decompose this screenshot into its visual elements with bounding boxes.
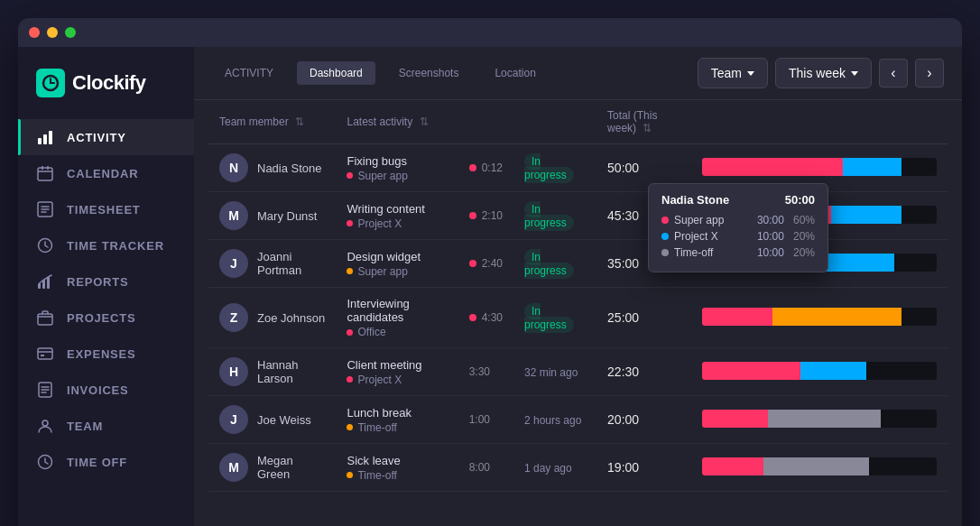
bar-chart <box>702 308 937 326</box>
duration: 3:30 <box>469 365 490 378</box>
tab-screenshots[interactable]: Screenshots <box>386 61 472 85</box>
total-cell: 19:00 <box>596 444 691 492</box>
sidebar: Clockify ACTIVITY <box>18 47 194 526</box>
sidebar-item-timesheet[interactable]: TIMESHEET <box>18 191 194 227</box>
col-total[interactable]: Total (This week) ⇅ <box>596 100 691 144</box>
member-cell: J Joanni Portman <box>208 240 336 288</box>
app-window: Clockify ACTIVITY <box>18 18 962 526</box>
sidebar-item-activity[interactable]: ACTIVITY <box>18 119 194 155</box>
bar-segment <box>702 362 800 380</box>
sidebar-item-timetracker[interactable]: TIME TRACKER <box>18 227 194 263</box>
member-name: Joe Weiss <box>257 413 311 427</box>
team-dropdown[interactable]: Team <box>698 58 768 88</box>
tooltip-dot <box>661 217 669 224</box>
sort-member-icon: ⇅ <box>295 115 304 128</box>
status-time: 32 min ago <box>524 366 578 379</box>
team-icon <box>36 417 54 435</box>
svg-rect-14 <box>41 355 44 356</box>
svg-point-16 <box>42 420 48 426</box>
sidebar-item-timeoff[interactable]: TIME OFF <box>18 444 194 480</box>
tooltip-wrapper <box>702 410 937 428</box>
activity-cell: Sick leave Time-off <box>336 444 458 492</box>
tooltip-pct: 20% <box>793 230 815 243</box>
dropdown-arrow-week <box>851 71 858 76</box>
tooltip-wrapper <box>702 457 937 475</box>
timesheet-icon <box>36 200 54 218</box>
status-time: 1 day ago <box>524 462 572 475</box>
bar-cell: Nadia Stone 50:00 Super app 30:00 60% Pr… <box>691 144 948 192</box>
avatar: M <box>219 453 248 482</box>
bar-segment <box>702 410 768 428</box>
activity-cell: Fixing bugs Super app <box>336 144 458 192</box>
member-cell: Z Zoe Johnson <box>208 288 336 348</box>
tab-activity[interactable]: ACTIVITY <box>212 61 286 85</box>
activity-cell: Design widget Super app <box>336 240 458 288</box>
total-cell: 25:00 <box>596 288 691 348</box>
live-indicator <box>469 314 476 321</box>
sidebar-item-calendar[interactable]: CALENDAR <box>18 155 194 191</box>
sidebar-label-team: TEAM <box>67 420 103 433</box>
sidebar-label-activity: ACTIVITY <box>67 131 126 144</box>
status-cell: 1 day ago <box>513 444 596 492</box>
sidebar-item-invoices[interactable]: INVOICES <box>18 372 194 408</box>
sidebar-item-projects[interactable]: PROJECTS <box>18 300 194 336</box>
expenses-icon <box>36 345 54 363</box>
status-time: 2 hours ago <box>524 414 581 427</box>
bar-segment <box>763 457 869 475</box>
minimize-dot[interactable] <box>47 27 58 38</box>
tab-dashboard[interactable]: Dashboard <box>297 61 375 85</box>
table-row: H Hannah Larson Client meeting Project X… <box>208 348 948 396</box>
col-activity[interactable]: Latest activity ⇅ <box>336 100 596 144</box>
project-dot <box>347 172 353 179</box>
bar-chart <box>702 362 937 380</box>
tooltip-name: Nadia Stone <box>661 193 729 207</box>
prev-arrow-button[interactable]: ‹ <box>879 59 908 88</box>
project-dot <box>347 424 353 430</box>
member-name: Zoe Johnson <box>257 311 325 325</box>
member-name: Mary Dunst <box>257 209 317 223</box>
tooltip-pct: 60% <box>793 214 815 226</box>
activity-cell: Lunch break Time-off <box>336 396 458 444</box>
sidebar-item-reports[interactable]: REPORTS <box>18 263 194 300</box>
maximize-dot[interactable] <box>65 27 76 38</box>
col-member[interactable]: Team member ⇅ <box>208 100 336 144</box>
bar-segment <box>890 158 901 176</box>
bar-segment <box>702 308 772 326</box>
sidebar-item-team[interactable]: TEAM <box>18 408 194 444</box>
tooltip-wrapper: Nadia Stone 50:00 Super app 30:00 60% Pr… <box>702 158 937 176</box>
bar-cell <box>691 444 948 492</box>
tab-location[interactable]: Location <box>482 61 548 85</box>
col-bar <box>691 100 948 144</box>
activity-name: Fixing bugs <box>347 154 447 168</box>
close-dot[interactable] <box>29 27 40 38</box>
sidebar-label-calendar: CALENDAR <box>67 167 138 180</box>
duration: 2:10 <box>482 209 503 222</box>
logo-icon <box>36 69 65 97</box>
status-cell: In progress <box>513 240 596 288</box>
activity-name: Client meeting <box>347 358 447 372</box>
avatar: Z <box>219 303 248 332</box>
reports-icon <box>36 272 54 291</box>
svg-rect-3 <box>49 131 52 144</box>
project-dot <box>347 268 353 274</box>
project-name: Office <box>357 326 385 338</box>
avatar: J <box>219 249 248 278</box>
activity-cell: Writing content Project X <box>336 192 458 240</box>
avatar: H <box>219 357 248 386</box>
week-dropdown[interactable]: This week <box>775 58 872 88</box>
svg-rect-6 <box>47 166 49 170</box>
bar-segment <box>824 254 894 272</box>
project-dot <box>347 329 353 336</box>
bar-chart <box>702 410 937 428</box>
next-arrow-button[interactable]: › <box>915 59 944 88</box>
sidebar-label-projects: PROJECTS <box>67 311 135 325</box>
member-name: Nadia Stone <box>257 161 322 175</box>
sidebar-item-expenses[interactable]: EXPENSES <box>18 336 194 372</box>
activity-project: Time-off <box>347 421 447 434</box>
member-cell: J Joe Weiss <box>208 396 336 444</box>
tooltip-label: Time-off <box>674 246 752 259</box>
tooltip-label: Super app <box>674 214 752 226</box>
duration: 8:00 <box>469 461 490 474</box>
project-name: Super app <box>357 170 407 182</box>
member-name: Megan Green <box>257 454 325 481</box>
